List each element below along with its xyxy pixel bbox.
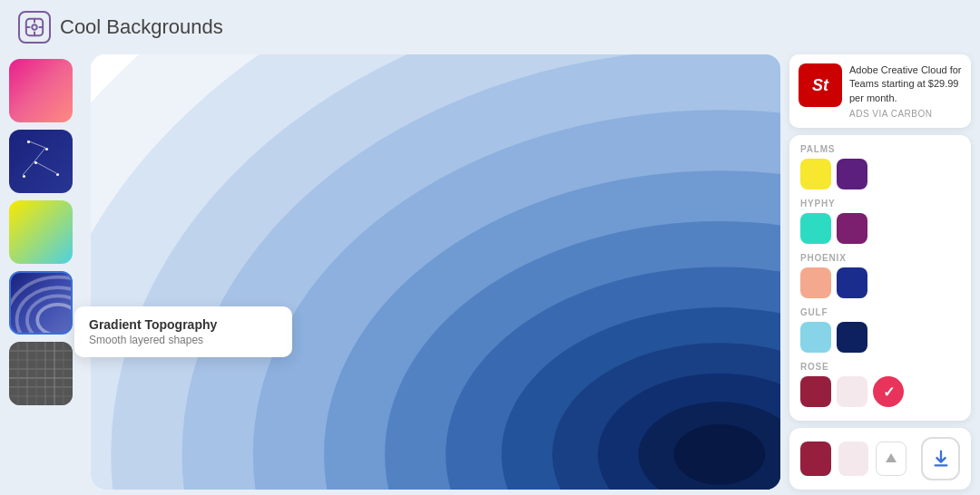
swatch-phoenix-1[interactable]	[800, 267, 831, 298]
tooltip-title: Gradient Topography	[89, 317, 278, 332]
palette-group-rose: ROSE ✓	[800, 362, 960, 407]
sidebar	[9, 54, 82, 490]
bottom-swatch-1[interactable]	[800, 442, 831, 476]
ad-via: ADS VIA CARBON	[849, 109, 962, 119]
swatch-palms-2[interactable]	[837, 159, 867, 189]
palette-label-rose: ROSE	[800, 362, 960, 372]
palette-swatches-rose: ✓	[800, 376, 960, 407]
palette-label-phoenix: PHOENIX	[800, 253, 960, 263]
palette-label-gulf: GULF	[800, 307, 960, 317]
swatch-rose-selected[interactable]: ✓	[873, 376, 904, 407]
right-panel: St Adobe Creative Cloud for Teams starti…	[789, 54, 971, 490]
palette-group-phoenix: PHOENIX	[800, 253, 960, 298]
palette-panel: PALMS HYPHY PHOENIX	[789, 135, 971, 421]
svg-line-7	[34, 148, 45, 161]
swatch-gulf-1[interactable]	[800, 322, 831, 353]
ad-logo-text: St	[812, 76, 828, 95]
swatch-palms-1[interactable]	[800, 159, 831, 189]
sidebar-item-topo[interactable]	[9, 271, 73, 335]
svg-point-40	[674, 424, 766, 485]
palette-swatches-phoenix	[800, 267, 960, 298]
svg-point-12	[27, 296, 71, 335]
site-logo-icon	[18, 11, 51, 44]
svg-marker-41	[886, 453, 897, 462]
shape-icon-btn[interactable]	[876, 442, 906, 476]
palette-label-palms: PALMS	[800, 144, 960, 154]
ad-logo[interactable]: St	[799, 63, 842, 107]
swatch-rose-2[interactable]	[837, 376, 867, 407]
tooltip-subtitle: Smooth layered shapes	[89, 334, 278, 346]
sidebar-item-navy[interactable]	[9, 130, 73, 193]
download-button[interactable]	[921, 437, 960, 480]
sidebar-item-bw[interactable]	[9, 342, 73, 405]
swatch-phoenix-2[interactable]	[837, 267, 867, 298]
bottom-swatch-2[interactable]	[838, 442, 869, 476]
header: Cool Backgrounds	[0, 0, 980, 54]
svg-point-13	[37, 305, 71, 335]
topo-background	[91, 54, 780, 490]
palette-group-gulf: GULF	[800, 307, 960, 353]
tooltip-card: Gradient Topography Smooth layered shape…	[74, 306, 292, 357]
svg-point-1	[32, 24, 37, 30]
svg-point-11	[17, 287, 71, 335]
ad-content: Adobe Creative Cloud for Teams starting …	[849, 63, 962, 119]
palette-swatches-hyphy	[800, 213, 960, 244]
preview-area	[91, 54, 780, 490]
ad-card: St Adobe Creative Cloud for Teams starti…	[789, 54, 971, 128]
swatch-hyphy-2[interactable]	[837, 213, 867, 244]
site-title: Cool Backgrounds	[60, 15, 223, 39]
palette-swatches-palms	[800, 159, 960, 189]
swatch-hyphy-1[interactable]	[800, 213, 831, 244]
palette-swatches-gulf	[800, 322, 960, 353]
swatch-rose-1[interactable]	[800, 376, 831, 407]
palette-label-hyphy: HYPHY	[800, 199, 960, 209]
ad-description: Adobe Creative Cloud for Teams starting …	[849, 63, 962, 105]
palette-group-palms: PALMS	[800, 144, 960, 189]
svg-line-6	[27, 141, 45, 148]
palette-group-hyphy: HYPHY	[800, 199, 960, 244]
bottom-bar	[789, 428, 971, 490]
sidebar-item-pink[interactable]	[9, 59, 73, 122]
swatch-gulf-2[interactable]	[837, 322, 867, 353]
svg-line-8	[23, 161, 34, 175]
svg-line-9	[34, 161, 56, 173]
main-layout: Gradient Topography Smooth layered shape…	[0, 54, 980, 495]
sidebar-item-yellgreen[interactable]	[9, 200, 73, 264]
